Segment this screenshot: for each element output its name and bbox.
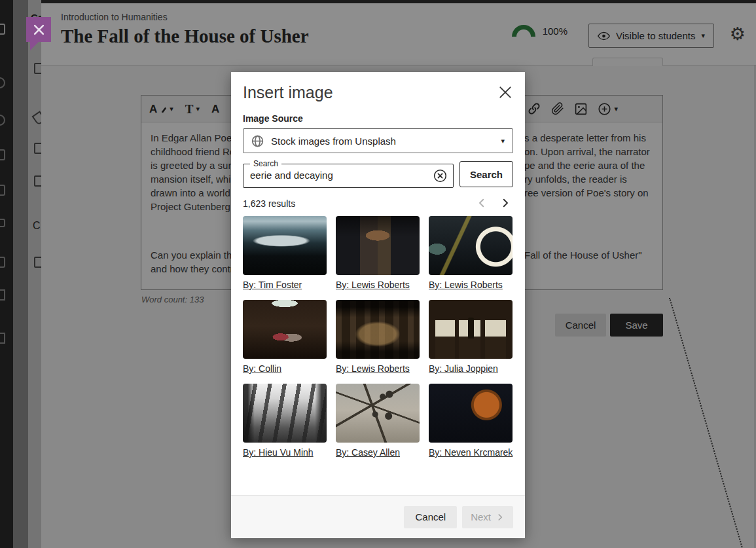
modal-close-button[interactable]: [497, 84, 514, 101]
modal-next-button[interactable]: Next: [462, 506, 513, 528]
results-next-button[interactable]: [497, 196, 513, 211]
globe-icon: [251, 135, 264, 147]
next-label: Next: [471, 511, 491, 522]
panel-close-button[interactable]: [26, 17, 51, 42]
stock-photo-tile[interactable]: [243, 384, 327, 443]
stock-photo-tile[interactable]: [429, 300, 513, 359]
chevron-right-icon: [495, 513, 505, 522]
image-source-label: Image Source: [243, 113, 513, 124]
image-source-select[interactable]: Stock images from Unsplash ▾: [243, 128, 513, 153]
modal-title: Insert image: [243, 83, 513, 102]
photo-credit-link[interactable]: By: Julia Joppien: [429, 363, 498, 374]
modal-footer: Cancel Next: [231, 495, 525, 538]
search-input[interactable]: [249, 168, 433, 183]
results-prev-button[interactable]: [474, 196, 490, 211]
chevron-left-icon: [476, 197, 488, 209]
stock-photo-tile[interactable]: [336, 384, 420, 443]
search-field-label: Search: [250, 159, 281, 168]
photo-credit-link[interactable]: By: Collin: [243, 363, 281, 374]
stock-photo-tile[interactable]: [336, 216, 420, 275]
photo-credit-link[interactable]: By: Lewis Roberts: [429, 280, 503, 290]
search-field: Search: [243, 159, 454, 188]
photo-credit-link[interactable]: By: Casey Allen: [336, 447, 400, 458]
stock-photo-grid: By: Tim Foster By: Lewis Roberts By: Lew…: [243, 216, 513, 458]
results-count: 1,623 results: [243, 198, 295, 209]
close-icon: [498, 85, 513, 100]
stock-photo-tile[interactable]: [429, 384, 513, 443]
clear-search-button[interactable]: [433, 169, 448, 183]
stock-photo-tile[interactable]: [336, 300, 420, 359]
clear-icon: [433, 169, 447, 183]
insert-image-modal: Insert image Image Source Stock images f…: [231, 72, 525, 538]
stock-photo-tile[interactable]: [429, 216, 513, 275]
photo-credit-link[interactable]: By: Neven Krcmarek: [429, 447, 513, 458]
photo-credit-link[interactable]: By: Hieu Vu Minh: [243, 447, 314, 458]
photo-credit-link[interactable]: By: Lewis Roberts: [336, 280, 410, 290]
chevron-right-icon: [499, 197, 511, 209]
image-source-value: Stock images from Unsplash: [271, 136, 396, 147]
photo-credit-link[interactable]: By: Lewis Roberts: [336, 363, 410, 374]
stock-photo-tile[interactable]: [243, 216, 327, 275]
search-button[interactable]: Search: [459, 161, 513, 187]
photo-credit-link[interactable]: By: Tim Foster: [243, 280, 302, 290]
close-icon: [33, 24, 45, 35]
stock-photo-tile[interactable]: [243, 300, 327, 359]
modal-cancel-button[interactable]: Cancel: [404, 506, 457, 528]
chevron-down-icon: ▾: [501, 137, 505, 145]
